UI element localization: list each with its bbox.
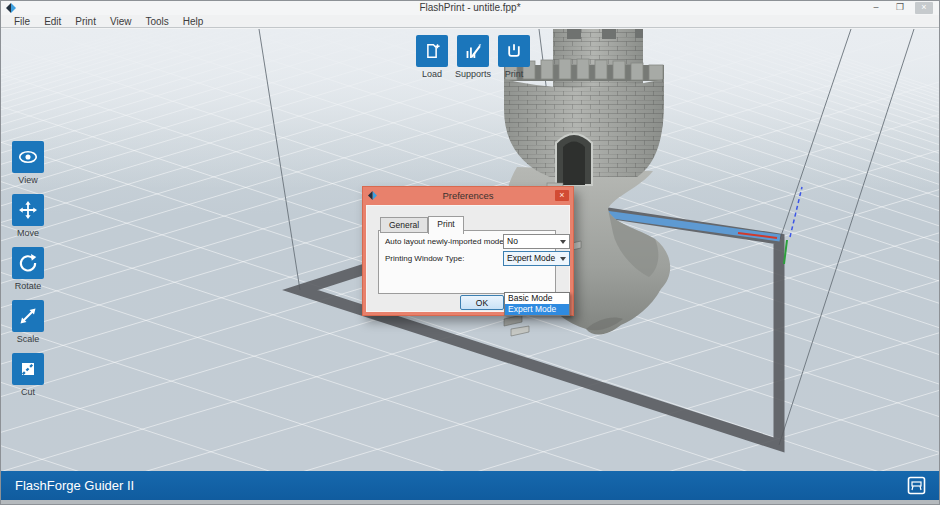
machine-name: FlashForge Guider II: [15, 478, 134, 493]
eye-icon: [16, 145, 40, 169]
tab-print[interactable]: Print: [428, 216, 463, 234]
tool-button-move[interactable]: Move: [12, 194, 44, 238]
tool-button-rotate[interactable]: Rotate: [12, 247, 44, 291]
window-title: FlashPrint - untitle.fpp*: [1, 2, 939, 13]
maximize-button[interactable]: ❐: [891, 2, 909, 14]
toolbar-button-print[interactable]: Print: [498, 35, 530, 79]
scale-icon: [16, 304, 40, 328]
cut-icon: [16, 357, 40, 381]
dialog-title: Preferences: [363, 190, 573, 201]
option-expert-mode[interactable]: Expert Mode: [505, 304, 569, 315]
tool-button-view[interactable]: View: [12, 141, 44, 185]
tool-button-scale[interactable]: Scale: [12, 300, 44, 344]
chevron-down-icon: [557, 235, 568, 248]
toolbar-button-load[interactable]: Load: [416, 35, 448, 79]
machine-select-button[interactable]: [906, 475, 927, 496]
printing-window-type-label: Printing Window Type:: [385, 254, 464, 263]
auto-layout-label: Auto layout newly-imported model:: [385, 237, 508, 246]
menu-item-view[interactable]: View: [103, 16, 139, 27]
auto-layout-select[interactable]: No: [503, 234, 570, 249]
print-icon: [503, 40, 525, 62]
top-toolbar: Load Supports Print: [416, 35, 530, 79]
minimize-button[interactable]: –: [867, 2, 885, 14]
menu-item-print[interactable]: Print: [68, 16, 103, 27]
menubar: File Edit Print View Tools Help: [1, 15, 939, 28]
printing-window-type-options: Basic Mode Expert Mode: [504, 292, 570, 316]
dialog-close-button[interactable]: ×: [555, 190, 569, 201]
chevron-down-icon: [557, 252, 568, 265]
dialog-tabs: General Print: [380, 216, 464, 232]
close-button[interactable]: ×: [915, 2, 933, 14]
dialog-body: General Print Auto layout newly-imported…: [366, 205, 570, 312]
rotate-icon: [16, 251, 40, 275]
tab-general[interactable]: General: [380, 217, 428, 233]
titlebar: FlashPrint - untitle.fpp* – ❐ ×: [1, 1, 939, 15]
dialog-titlebar[interactable]: Preferences ×: [363, 187, 573, 205]
menu-item-edit[interactable]: Edit: [37, 16, 68, 27]
toolbar-button-supports[interactable]: Supports: [457, 35, 489, 79]
move-icon: [16, 198, 40, 222]
viewport-3d[interactable]: Load Supports Print: [1, 29, 939, 471]
axis-indicator: [738, 187, 802, 264]
preferences-dialog: Preferences × General Print Auto layout …: [362, 186, 574, 316]
load-icon: [421, 40, 443, 62]
window-bottom-frame: [1, 500, 939, 504]
menu-item-tools[interactable]: Tools: [138, 16, 175, 27]
menu-item-file[interactable]: File: [7, 16, 37, 27]
supports-icon: [462, 40, 484, 62]
option-basic-mode[interactable]: Basic Mode: [505, 293, 569, 304]
tab-page-print: Auto layout newly-imported model: No Pri…: [378, 230, 556, 294]
printing-window-type-select[interactable]: Expert Mode: [503, 251, 570, 266]
printer-icon: [906, 475, 927, 496]
app-window: FlashPrint - untitle.fpp* – ❐ × File Edi…: [0, 0, 940, 505]
menu-item-help[interactable]: Help: [176, 16, 211, 27]
status-bar: FlashForge Guider II: [1, 471, 939, 500]
ok-button[interactable]: OK: [460, 295, 504, 310]
tool-button-cut[interactable]: Cut: [12, 353, 44, 397]
left-toolbar: View Move Rotate: [12, 141, 44, 397]
